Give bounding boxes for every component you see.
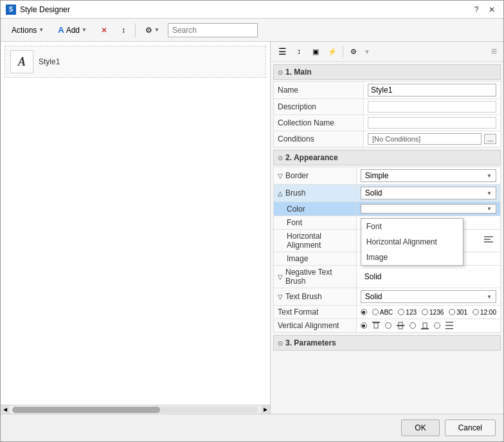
text-brush-dropdown-arrow: ▼ [487, 294, 492, 300]
scroll-left-button[interactable]: ◀ [1, 405, 10, 414]
right-panel: ☰ ↕ ▣ ⚡ ⚙ ▼ ≡ ⊙ 1. Main Name [271, 42, 503, 414]
radio-circle-time [473, 309, 479, 315]
dropdown-item-image[interactable]: Image [361, 250, 463, 265]
valign-distribute-button[interactable] [444, 321, 455, 330]
left-scrollbar[interactable]: ◀ ▶ [1, 405, 270, 414]
actions-dropdown-arrow: ▼ [39, 27, 44, 33]
cancel-button[interactable]: Cancel [445, 419, 496, 436]
view-grid-button[interactable]: ▣ [308, 44, 323, 59]
border-section-toggle[interactable]: ▽ [278, 172, 283, 180]
brush-section-toggle[interactable]: △ [278, 190, 283, 197]
svg-rect-11 [446, 328, 453, 329]
style-name: Style1 [39, 57, 60, 66]
brush-row: △ Brush Solid ▼ [274, 185, 501, 202]
valign-radio-3 [410, 322, 416, 329]
color-dropdown-container: ▼ Font Horizontal Alignment Image [361, 204, 496, 214]
add-button[interactable]: A Add ▼ [52, 23, 93, 37]
right-content: ⊙ 1. Main Name Style1 Description [271, 62, 503, 355]
name-field[interactable]: Style1 [368, 84, 496, 97]
border-label: Border [285, 171, 309, 180]
brush-dropdown-arrow: ▼ [487, 190, 492, 196]
sort-button[interactable]: ↕ [116, 23, 131, 37]
section-parameters-toggle-icon: ⊙ [278, 340, 283, 347]
right-toolbar-separator [343, 46, 343, 57]
negative-text-brush-row: ▽ Negative Text Brush Solid [274, 266, 501, 288]
text-brush-toggle[interactable]: ▽ [278, 293, 283, 300]
section-parameters-header[interactable]: ⊙ 3. Parameters [273, 335, 501, 351]
text-format-radio-selected[interactable] [361, 309, 367, 315]
settings-dropdown-arrow: ▼ [154, 27, 159, 33]
section-main-title: 1. Main [285, 68, 312, 77]
collection-name-value-cell [364, 115, 501, 131]
color-label: Color [287, 205, 305, 214]
main-content: A Style1 ◀ ▶ ☰ ↕ ▣ ⚡ [1, 42, 503, 414]
valign-bottom-button[interactable] [420, 321, 430, 330]
add-dropdown-arrow: ▼ [82, 27, 87, 33]
text-format-option-1236[interactable]: 1236 [422, 309, 444, 316]
border-dropdown-arrow: ▼ [487, 173, 492, 179]
brush-select[interactable]: Solid ▼ [361, 187, 496, 199]
svg-rect-10 [446, 325, 453, 326]
right-panel-scroll-hint: ≡ [491, 46, 497, 57]
collection-name-field[interactable] [368, 117, 496, 129]
table-row: Description [274, 99, 501, 115]
dropdown-item-font[interactable]: Font [361, 219, 463, 234]
section-main-header[interactable]: ⊙ 1. Main [273, 64, 501, 80]
radio-circle-301 [449, 309, 455, 315]
section-appearance-header[interactable]: ⊙ 2. Appearance [273, 150, 501, 165]
help-button[interactable]: ? [470, 3, 483, 16]
settings-button[interactable]: ⚙ ▼ [140, 23, 165, 37]
conditions-btn[interactable]: ... [484, 134, 496, 144]
border-select[interactable]: Simple ▼ [361, 169, 496, 182]
text-format-option-301[interactable]: 301 [449, 309, 467, 316]
color-select[interactable]: ▼ [361, 204, 496, 214]
name-value: Style1 [371, 86, 493, 95]
text-brush-label: Text Brush [285, 292, 322, 301]
style-preview-icon: A [10, 50, 33, 73]
svg-rect-4 [374, 323, 378, 328]
negative-text-brush-toggle[interactable]: ▽ [278, 273, 283, 281]
valign-radio-selected [361, 322, 367, 329]
description-label: Description [274, 99, 364, 115]
view-sort-button[interactable]: ↕ [291, 44, 307, 59]
conditions-field: [No Conditions] ... [368, 133, 496, 145]
scroll-right-button[interactable]: ▶ [261, 405, 270, 414]
horizontal-align-icon [483, 235, 494, 246]
negative-text-brush-select[interactable]: Solid [361, 271, 412, 282]
toolbar-separator [135, 23, 136, 37]
left-panel: A Style1 ◀ ▶ [1, 42, 271, 414]
image-label: Image [287, 254, 308, 263]
list-item[interactable]: A Style1 [4, 46, 266, 78]
main-properties-table: Name Style1 Description [273, 81, 501, 147]
valign-top-button[interactable] [371, 321, 381, 330]
close-button[interactable]: ✕ [485, 3, 498, 16]
description-field[interactable] [368, 101, 496, 113]
horizontal-alignment-label: Horizontal Alignment [287, 232, 321, 250]
sort-icon: ↕ [122, 26, 125, 35]
conditions-text: [No Conditions] [368, 133, 482, 145]
table-row: Name Style1 [274, 82, 501, 99]
collection-name-label: Collection Name [274, 115, 364, 131]
text-format-option-123[interactable]: 123 [398, 309, 417, 316]
valign-middle-button[interactable] [395, 321, 406, 330]
add-icon: A [58, 25, 64, 35]
text-brush-select[interactable]: Solid ▼ [361, 290, 496, 303]
delete-button[interactable]: ✕ [95, 23, 113, 37]
actions-button[interactable]: Actions ▼ [6, 23, 50, 37]
table-row: Collection Name [274, 115, 501, 131]
text-format-option-time[interactable]: 12:00 [473, 309, 496, 316]
right-settings-button[interactable]: ⚙ [346, 44, 361, 59]
dropdown-item-horizontal-alignment[interactable]: Horizontal Alignment [361, 234, 463, 250]
view-list-button[interactable]: ☰ [274, 44, 290, 59]
text-format-row: Text Format ABC [274, 306, 501, 319]
delete-icon: ✕ [101, 26, 107, 35]
svg-rect-5 [397, 325, 404, 326]
text-format-option-abc[interactable]: ABC [372, 309, 393, 316]
ok-button[interactable]: OK [401, 419, 439, 436]
settings-icon: ⚙ [145, 26, 152, 35]
vertical-alignment-label: Vertical Alignment [274, 319, 357, 333]
search-input[interactable] [168, 23, 258, 37]
settings-dropdown-icon: ▼ [364, 48, 370, 55]
view-lightning-button[interactable]: ⚡ [325, 44, 340, 59]
color-row: Color ▼ Font Horiz [274, 202, 501, 216]
